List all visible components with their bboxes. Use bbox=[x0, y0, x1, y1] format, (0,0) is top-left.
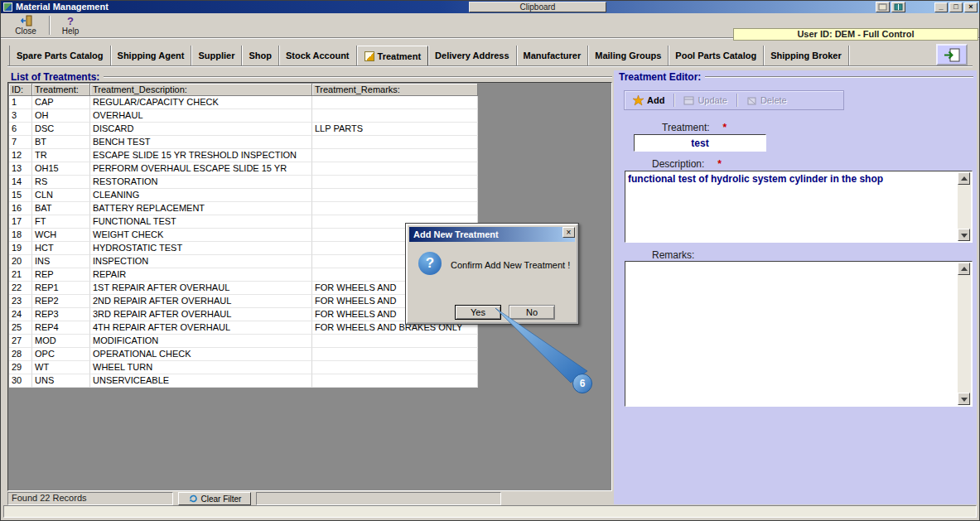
tab-spare-parts-catalog[interactable]: Spare Parts Catalog bbox=[9, 46, 111, 65]
remarks-scrollbar[interactable] bbox=[958, 263, 971, 405]
book-glyph bbox=[894, 3, 903, 11]
close-window-button[interactable]: × bbox=[964, 2, 978, 12]
table-cell: OPERATIONAL CHECK bbox=[90, 348, 312, 361]
arrow-up-icon bbox=[961, 176, 968, 181]
table-cell: 17 bbox=[9, 215, 32, 229]
table-row[interactable]: 27MODMODIFICATION bbox=[9, 335, 477, 348]
tab-label: Shipping Agent bbox=[118, 51, 185, 60]
table-cell: CLN bbox=[32, 189, 90, 202]
table-cell: 28 bbox=[9, 348, 32, 361]
section-rule bbox=[104, 76, 612, 78]
minimize-button[interactable]: _ bbox=[934, 2, 948, 12]
column-header[interactable]: Treatment: bbox=[32, 84, 90, 96]
table-cell: OPC bbox=[32, 348, 90, 361]
table-cell: 3RD REPAIR AFTER OVERHAUL bbox=[90, 308, 312, 321]
table-row[interactable]: 6DSCDISCARDLLP PARTS bbox=[9, 123, 477, 136]
clear-filter-button[interactable]: Clear Filter bbox=[178, 492, 251, 505]
table-cell: CAP bbox=[32, 96, 90, 109]
delete-button-label: Delete bbox=[760, 95, 787, 105]
treatments-section-title: List of Treatments: bbox=[11, 71, 99, 83]
table-cell: 18 bbox=[9, 229, 32, 242]
delete-icon bbox=[746, 95, 757, 106]
table-row[interactable]: 30UNSUNSERVICEABLE bbox=[9, 374, 477, 388]
table-cell: REPAIR bbox=[90, 268, 312, 282]
table-cell: 13 bbox=[9, 162, 32, 176]
remarks-textarea[interactable] bbox=[625, 261, 973, 407]
table-row[interactable]: 1CAPREGULAR/CAPACITY CHECK bbox=[9, 96, 477, 109]
tab-supplier[interactable]: Supplier bbox=[191, 46, 242, 65]
table-row[interactable]: 16BATBATTERY REPLACEMENT bbox=[9, 202, 477, 215]
remarks-field-label: Remarks: bbox=[652, 249, 694, 261]
add-button[interactable]: Add bbox=[626, 92, 671, 109]
dialog-message: Confirm Add New Treatment ! bbox=[451, 260, 570, 270]
tab-shop[interactable]: Shop bbox=[242, 46, 279, 65]
titlebar-book-icon[interactable] bbox=[891, 2, 905, 12]
tab-treatment[interactable]: Treatment bbox=[357, 46, 429, 65]
description-scrollbar[interactable] bbox=[958, 172, 971, 241]
table-cell bbox=[312, 176, 478, 189]
table-row[interactable]: 29WTWHEEL TURN bbox=[9, 361, 477, 374]
dialog-titlebar[interactable]: Add New Treatment bbox=[409, 227, 575, 242]
table-row[interactable]: 13OH15PERFORM OVERHAUL ESCAPE SLIDE 15 Y… bbox=[9, 162, 477, 176]
table-cell: ESCAPE SLIDE 15 YR TRESHOLD INSPECTION bbox=[90, 149, 312, 162]
close-button[interactable]: Close bbox=[6, 14, 46, 36]
table-row[interactable]: 28OPCOPERATIONAL CHECK bbox=[9, 348, 477, 361]
column-header[interactable]: Treatment_Remarks: bbox=[312, 84, 478, 96]
table-cell: DISCARD bbox=[90, 123, 312, 136]
table-cell: BT bbox=[32, 136, 90, 149]
button-separator bbox=[736, 94, 737, 107]
filter-input-bar[interactable] bbox=[256, 492, 501, 505]
titlebar-clipboard-icon[interactable] bbox=[876, 2, 890, 12]
tab-manufacturer[interactable]: Manufacturer bbox=[517, 46, 589, 65]
dialog-close-button[interactable]: × bbox=[562, 227, 575, 238]
export-button[interactable] bbox=[936, 44, 968, 65]
scroll-up-button[interactable] bbox=[958, 172, 970, 185]
table-row[interactable]: 7BTBENCH TEST bbox=[9, 136, 477, 149]
tab-shipping-broker[interactable]: Shipping Broker bbox=[764, 46, 849, 65]
tab-delivery-address[interactable]: Delivery Address bbox=[428, 46, 516, 65]
delete-button: Delete bbox=[740, 92, 794, 109]
tab-pool-parts-catalog[interactable]: Pool Parts Catalog bbox=[669, 46, 764, 65]
maximize-button[interactable]: □ bbox=[949, 2, 963, 12]
scroll-down-button[interactable] bbox=[958, 229, 970, 241]
tab-mailing-groups[interactable]: Mailing Groups bbox=[588, 46, 669, 65]
table-cell bbox=[312, 109, 478, 123]
help-button[interactable]: ? Help bbox=[54, 14, 87, 36]
description-label-text: Description: bbox=[652, 158, 704, 170]
column-header[interactable]: Treatment_Description: bbox=[90, 84, 312, 96]
table-cell: REP1 bbox=[32, 282, 90, 295]
help-button-label: Help bbox=[62, 27, 80, 36]
table-cell: 7 bbox=[9, 136, 32, 149]
scroll-up-button[interactable] bbox=[958, 263, 970, 275]
table-cell: 2ND REPAIR AFTER OVERHAUL bbox=[90, 295, 312, 308]
description-textarea[interactable]: functional test of hydrolic system cylin… bbox=[625, 171, 973, 243]
table-row[interactable]: 15CLNCLEANING bbox=[9, 189, 477, 202]
clipboard-box[interactable]: Clipboard bbox=[469, 2, 606, 12]
tab-shipping-agent[interactable]: Shipping Agent bbox=[111, 46, 192, 65]
yes-button[interactable]: Yes bbox=[455, 305, 501, 320]
table-cell: 23 bbox=[9, 295, 32, 308]
no-button[interactable]: No bbox=[509, 305, 555, 320]
required-marker: * bbox=[717, 158, 722, 170]
table-cell bbox=[312, 202, 478, 215]
table-row[interactable]: 14RSRESTORATION bbox=[9, 176, 477, 189]
window-controls: _ □ × bbox=[934, 2, 978, 12]
table-cell: INS bbox=[32, 255, 90, 268]
scroll-down-button[interactable] bbox=[958, 393, 970, 405]
table-cell: 24 bbox=[9, 308, 32, 321]
table-cell: PERFORM OVERHAUL ESCAPE SLIDE 15 YR bbox=[90, 162, 312, 176]
tab-stock-account[interactable]: Stock Account bbox=[279, 46, 357, 65]
table-row[interactable]: 3OHOVERHAUL bbox=[9, 109, 477, 123]
table-cell: WHEEL TURN bbox=[90, 361, 312, 374]
table-row[interactable]: 12TRESCAPE SLIDE 15 YR TRESHOLD INSPECTI… bbox=[9, 149, 477, 162]
table-cell bbox=[312, 189, 478, 202]
treatment-input[interactable] bbox=[634, 134, 766, 152]
window-title: Material Management bbox=[16, 2, 109, 12]
table-cell: BATTERY REPLACEMENT bbox=[90, 202, 312, 215]
update-button: Update bbox=[677, 92, 733, 109]
treatment-label-text: Treatment: bbox=[662, 122, 710, 133]
tabstrip: Spare Parts CatalogShipping AgentSupplie… bbox=[9, 46, 849, 65]
export-icon bbox=[944, 48, 960, 62]
table-cell: MOD bbox=[32, 335, 90, 348]
column-header[interactable]: ID: bbox=[9, 84, 32, 96]
